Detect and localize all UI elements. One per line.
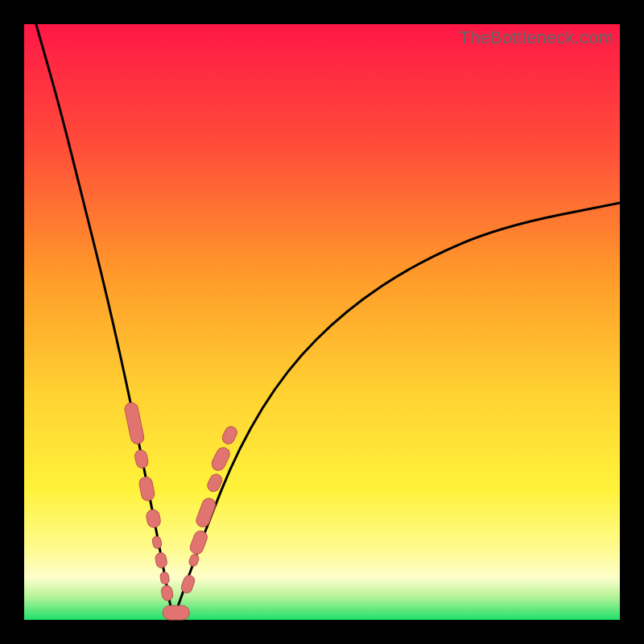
chart-svg	[24, 24, 620, 620]
chart-frame: TheBottleneck.com	[0, 0, 644, 644]
watermark-text: TheBottleneck.com	[459, 27, 613, 48]
data-blob	[163, 605, 189, 620]
plot-area: TheBottleneck.com	[24, 24, 620, 620]
